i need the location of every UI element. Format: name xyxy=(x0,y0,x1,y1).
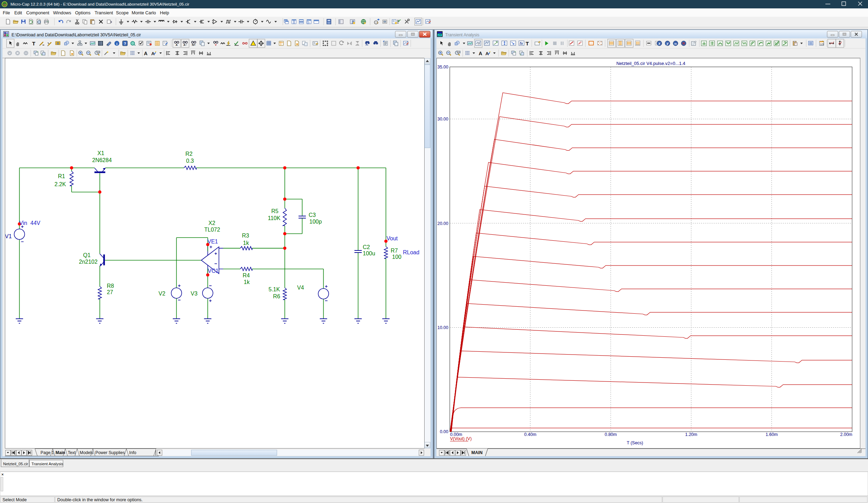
svg-text:R6: R6 xyxy=(273,293,280,299)
svg-text:30.00: 30.00 xyxy=(437,117,448,122)
svg-text:V1: V1 xyxy=(5,233,12,239)
svg-text:fx: fx xyxy=(674,42,677,45)
svg-text:Models: Models xyxy=(80,450,93,455)
svg-text:0.80m: 0.80m xyxy=(605,432,617,437)
svg-text:Double-click in the window for: Double-click in the window for more opti… xyxy=(57,497,143,502)
svg-text:MAIN: MAIN xyxy=(471,450,483,455)
svg-text:N+: N+ xyxy=(192,43,196,46)
svg-text:Component: Component xyxy=(26,10,50,15)
svg-text:100: 100 xyxy=(392,254,402,260)
svg-text:100p: 100p xyxy=(309,219,322,225)
svg-text:C3: C3 xyxy=(309,212,316,218)
svg-text:110K: 110K xyxy=(268,215,281,221)
svg-text:V3: V3 xyxy=(191,291,198,297)
svg-text:Netzteil_05.cir V4.pulse.v2=0.: Netzteil_05.cir V4.pulse.v2=0...1.4 xyxy=(616,61,685,66)
svg-text:100: 100 xyxy=(97,51,100,53)
svg-text:fx: fx xyxy=(520,42,523,45)
svg-text:V4: V4 xyxy=(297,285,304,291)
svg-text:x: x xyxy=(658,42,661,45)
svg-text:y: y xyxy=(666,42,669,45)
svg-text:2N6284: 2N6284 xyxy=(92,157,112,163)
svg-text:1k: 1k xyxy=(244,279,250,285)
svg-text:Vout: Vout xyxy=(387,235,398,241)
svg-text:File: File xyxy=(3,10,10,15)
svg-text:0.40m: 0.40m xyxy=(524,432,536,437)
svg-text:R5: R5 xyxy=(271,208,279,214)
svg-text:TL072: TL072 xyxy=(204,227,220,233)
svg-text:i: i xyxy=(116,42,117,46)
svg-text:Help: Help xyxy=(160,10,169,15)
svg-text:E:\Download and Data\Download\: E:\Download and Data\Download\Labornetzt… xyxy=(12,32,141,37)
svg-text:1k: 1k xyxy=(243,240,249,246)
svg-text:2.00m: 2.00m xyxy=(840,432,852,437)
svg-text:2n2102: 2n2102 xyxy=(79,259,97,265)
svg-text:20.00: 20.00 xyxy=(437,221,448,226)
svg-text:Transient Analysis: Transient Analysis xyxy=(445,32,479,37)
svg-text:VC1: VC1 xyxy=(208,268,219,274)
svg-text:Options: Options xyxy=(75,10,90,15)
svg-text:×: × xyxy=(1,472,3,476)
svg-text:Transient: Transient xyxy=(95,10,113,15)
svg-text:123: 123 xyxy=(820,43,824,45)
svg-text:T: T xyxy=(525,41,529,46)
svg-text:Transient Analysis: Transient Analysis xyxy=(31,462,64,466)
svg-text:T: T xyxy=(32,41,35,46)
svg-text:Main: Main xyxy=(56,450,65,455)
svg-text:Q1: Q1 xyxy=(83,252,90,258)
svg-text:VE1: VE1 xyxy=(207,239,218,245)
svg-text:100u: 100u xyxy=(363,250,375,256)
svg-text:A: A xyxy=(479,51,482,56)
svg-text:10.00: 10.00 xyxy=(437,325,448,330)
svg-text:35.00: 35.00 xyxy=(437,65,448,70)
svg-text:Info: Info xyxy=(129,450,137,455)
svg-text:A: A xyxy=(144,51,147,56)
svg-text:RLoad: RLoad xyxy=(403,249,419,255)
svg-text:0.3: 0.3 xyxy=(186,158,194,164)
svg-text:Windows: Windows xyxy=(53,10,71,15)
svg-text:R7: R7 xyxy=(391,248,398,254)
svg-text:1.20m: 1.20m xyxy=(685,432,697,437)
svg-text:Text: Text xyxy=(68,450,76,455)
svg-text:R8: R8 xyxy=(107,283,114,289)
svg-text:V(Vout) (V): V(Vout) (V) xyxy=(450,436,472,441)
svg-text:1.60m: 1.60m xyxy=(766,432,778,437)
svg-text:Edit: Edit xyxy=(14,10,22,15)
svg-text:44V: 44V xyxy=(30,220,41,226)
svg-text:C2: C2 xyxy=(363,244,370,250)
svg-text:X1: X1 xyxy=(97,150,104,156)
svg-text:Scope: Scope xyxy=(116,10,128,15)
svg-text:2.2K: 2.2K xyxy=(54,181,66,187)
svg-text:Page 1: Page 1 xyxy=(41,450,54,455)
svg-text:V: V xyxy=(215,43,217,46)
svg-text:Power Supplies: Power Supplies xyxy=(95,450,125,455)
svg-text:A: A xyxy=(485,51,489,56)
svg-text:27: 27 xyxy=(107,289,113,295)
svg-text:R3: R3 xyxy=(242,233,249,239)
svg-text:A~: A~ xyxy=(183,43,187,46)
svg-text:100: 100 xyxy=(457,51,460,53)
svg-text:Monte Carlo: Monte Carlo xyxy=(132,10,156,15)
svg-text:Netzteil_05.cir: Netzteil_05.cir xyxy=(3,462,28,466)
svg-text:0.00: 0.00 xyxy=(440,429,448,434)
svg-text:R2: R2 xyxy=(185,151,193,157)
svg-text:A: A xyxy=(151,51,155,56)
svg-text:?: ? xyxy=(124,42,126,46)
svg-text:Micro-Cap 12.2.0.3 (64 bit) -: Micro-Cap 12.2.0.3 (64 bit) - E:\Downloa… xyxy=(10,2,189,7)
svg-text:5.1K: 5.1K xyxy=(269,286,280,292)
svg-text:0: 0 xyxy=(377,22,378,24)
svg-text:A: A xyxy=(176,43,178,46)
svg-text:T (Secs): T (Secs) xyxy=(627,440,643,445)
svg-text:R4: R4 xyxy=(243,272,250,278)
svg-text:Select Mode: Select Mode xyxy=(2,497,27,502)
svg-text:Vin: Vin xyxy=(19,220,27,226)
svg-text:12: 12 xyxy=(3,3,6,6)
svg-text:V2: V2 xyxy=(159,291,165,297)
svg-text:X2: X2 xyxy=(208,220,215,226)
svg-text:R1: R1 xyxy=(58,173,65,179)
